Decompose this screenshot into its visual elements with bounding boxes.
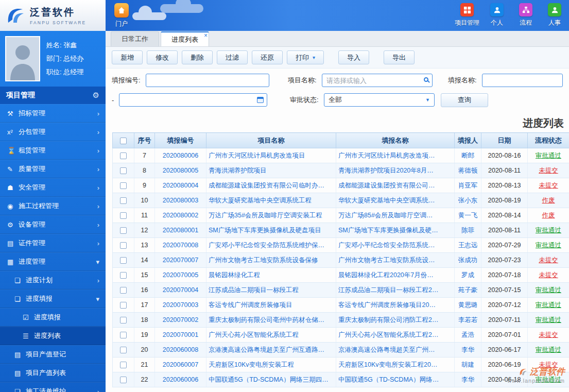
portal-button[interactable]: 门户 — [106, 0, 137, 28]
report-name-link[interactable]: 重庆太极制药有限公司消防工程2… — [336, 313, 455, 328]
row-checkbox[interactable] — [120, 347, 127, 353]
calendar-icon[interactable] — [257, 97, 264, 103]
report-name-link[interactable]: 广安邓小平纪念馆安全防范系统… — [336, 238, 455, 253]
reporter-link[interactable]: 王志远 — [455, 238, 481, 253]
status-link[interactable]: 审批通过 — [528, 148, 569, 163]
status-link[interactable]: 审批通过 — [528, 283, 569, 298]
status-link[interactable]: 未提交 — [528, 178, 569, 193]
query-button[interactable]: 查询 — [441, 93, 488, 107]
sidebar-item[interactable]: x² 分包管理 › — [0, 123, 106, 141]
row-checkbox[interactable] — [120, 182, 127, 189]
report-name-link[interactable]: 中国联通5G（TD-SCDMA）网络… — [336, 372, 455, 387]
status-link[interactable]: 审批通过 — [528, 223, 569, 238]
reporter-link[interactable]: 张成功 — [455, 253, 481, 268]
toolbar-button[interactable]: 新增 — [112, 50, 143, 64]
sidebar-item[interactable]: ◉ 施工过程管理 › — [0, 197, 106, 215]
row-checkbox[interactable] — [120, 167, 127, 174]
project-name-link[interactable]: 京港澳高速公路粤境超关至广州互通路… — [206, 343, 336, 357]
row-checkbox[interactable] — [120, 362, 127, 368]
toolbar-button[interactable]: 删除 — [182, 50, 213, 64]
sidebar-item[interactable]: ⚒ 招标管理 › — [0, 104, 106, 123]
report-name-link[interactable]: 天府新区10Kv变电所安装工程20… — [336, 357, 455, 372]
reporter-link[interactable]: 胡建 — [455, 357, 481, 372]
report-code-link[interactable]: 2020070005 — [155, 268, 206, 283]
reporter-link[interactable]: 肖亚军 — [455, 178, 481, 193]
reporter-link[interactable]: 黄一飞 — [455, 208, 481, 223]
report-code-link[interactable]: 2020080001 — [155, 223, 206, 238]
report-code-link[interactable]: 2020060008 — [155, 343, 206, 357]
report-code-link[interactable]: 2020070003 — [155, 298, 206, 313]
report-code-link[interactable]: 2020070001 — [155, 328, 206, 343]
report-code-link[interactable]: 2020080004 — [155, 178, 206, 193]
report-code-link[interactable]: 2020080003 — [155, 193, 206, 208]
sidebar-item[interactable]: ▤ 项目产值登记 — [0, 345, 106, 364]
project-name-input[interactable] — [322, 74, 433, 87]
reporter-link[interactable]: 孟浩 — [455, 328, 481, 343]
reporter-link[interactable]: 黄思璐 — [455, 298, 481, 313]
topnav-personal[interactable]: 个人 — [482, 0, 511, 27]
status-link[interactable]: 作废 — [528, 208, 569, 223]
project-name-link[interactable]: 天府新区10Kv变电所安装工程 — [206, 357, 336, 372]
report-name-link[interactable]: 客运专线广州调度所装修项目20… — [336, 298, 455, 313]
report-code-link[interactable]: 2020080005 — [155, 163, 206, 178]
report-name-link[interactable]: SM广场地下车库更换摄像机及硬… — [336, 223, 455, 238]
toolbar-button[interactable]: 导入 — [338, 50, 369, 64]
report-name-link[interactable]: 广州市文物考古工地安防系统设… — [336, 253, 455, 268]
approval-status-select[interactable]: 全部 — [324, 93, 435, 107]
status-link[interactable]: 审批通过 — [528, 313, 569, 328]
project-name-link[interactable]: 青海洪湖养护院项目 — [206, 163, 336, 178]
reporter-link[interactable]: 张小东 — [455, 193, 481, 208]
reporter-link[interactable]: 罗成 — [455, 268, 481, 283]
sidebar-item[interactable]: ☰ 进度列表 — [0, 327, 106, 345]
row-checkbox[interactable] — [120, 212, 127, 219]
search-icon[interactable] — [424, 77, 428, 82]
status-link[interactable]: 审批通过 — [528, 343, 569, 357]
row-checkbox[interactable] — [120, 227, 127, 234]
report-code-link[interactable]: 2020080002 — [155, 208, 206, 223]
row-checkbox[interactable] — [120, 272, 127, 279]
sidebar-item[interactable]: ❏ 施工清单维护 › — [0, 382, 106, 392]
report-name-link[interactable]: 江苏成品油二期项目一标段工程2… — [336, 283, 455, 298]
row-checkbox[interactable] — [120, 302, 127, 309]
report-code-link[interactable]: 2020060007 — [155, 357, 206, 372]
reporter-link[interactable]: 陈菲 — [455, 223, 481, 238]
reporter-link[interactable]: 李华 — [455, 343, 481, 357]
report-code-link[interactable]: 2020080006 — [155, 148, 206, 163]
status-link[interactable]: 未提交 — [528, 328, 569, 343]
project-name-link[interactable]: 中国联通5G（TD-SCDMA）网络三期四… — [206, 372, 336, 387]
sidebar-item[interactable]: ⚙ 设备管理 › — [0, 215, 106, 234]
project-name-link[interactable]: 广州市文物考古工地安防系统设备保修 — [206, 253, 336, 268]
report-name-link[interactable]: 京港澳高速公路粤境超关至广州… — [336, 343, 455, 357]
toolbar-button[interactable]: 修改 — [147, 50, 178, 64]
row-checkbox[interactable] — [120, 152, 127, 159]
topnav-project-management[interactable]: 项目管理 — [452, 0, 482, 27]
row-checkbox[interactable] — [120, 242, 127, 249]
reporter-link[interactable]: 李华 — [455, 372, 481, 387]
project-name-link[interactable]: 重庆太极制药有限公司亳州中药材仓储… — [206, 313, 336, 328]
report-code-link[interactable]: 2020060006 — [155, 372, 206, 387]
report-name-link[interactable]: 青海洪湖养护院项目2020年8月… — [336, 163, 455, 178]
project-name-link[interactable]: 江苏成品油二期项目一标段工程 — [206, 283, 336, 298]
report-name-link[interactable]: 成都能源建设集团投资有限公司… — [336, 178, 455, 193]
report-name-link[interactable]: 广州天心苑小区智能化系统工程2… — [336, 328, 455, 343]
report-name-link[interactable]: 华软大厦研究基地中央空调系统… — [336, 193, 455, 208]
status-link[interactable]: 未提交 — [528, 163, 569, 178]
status-link[interactable]: 未提交 — [528, 253, 569, 268]
report-code-link[interactable]: 2020070007 — [155, 253, 206, 268]
sidebar-item[interactable]: ☗ 安全管理 › — [0, 178, 106, 197]
toolbar-button[interactable]: 打印 — [287, 50, 324, 64]
report-name-link[interactable]: 万达广场85#会所及咖啡厅空调… — [336, 208, 455, 223]
project-name-link[interactable]: 晨铭园林绿化工程 — [206, 268, 336, 283]
row-checkbox[interactable] — [120, 377, 127, 383]
reporter-link[interactable]: 断郎 — [455, 148, 481, 163]
status-link[interactable]: 作废 — [528, 193, 569, 208]
row-checkbox[interactable] — [120, 317, 127, 323]
report-code-link[interactable]: 2020070002 — [155, 313, 206, 328]
project-name-link[interactable]: 广州市天河区统计局机房改造项目 — [206, 148, 336, 163]
project-name-link[interactable]: 华软大厦研究基地中央空调系统工程 — [206, 193, 336, 208]
project-name-link[interactable]: 广安邓小平纪念馆安全防范系统维护保… — [206, 238, 336, 253]
row-checkbox[interactable] — [120, 287, 127, 294]
reporter-link[interactable]: 苑子豪 — [455, 283, 481, 298]
report-name-link[interactable]: 广州市天河区统计局机房改造项… — [336, 148, 455, 163]
reporter-link[interactable]: 李若若 — [455, 313, 481, 328]
